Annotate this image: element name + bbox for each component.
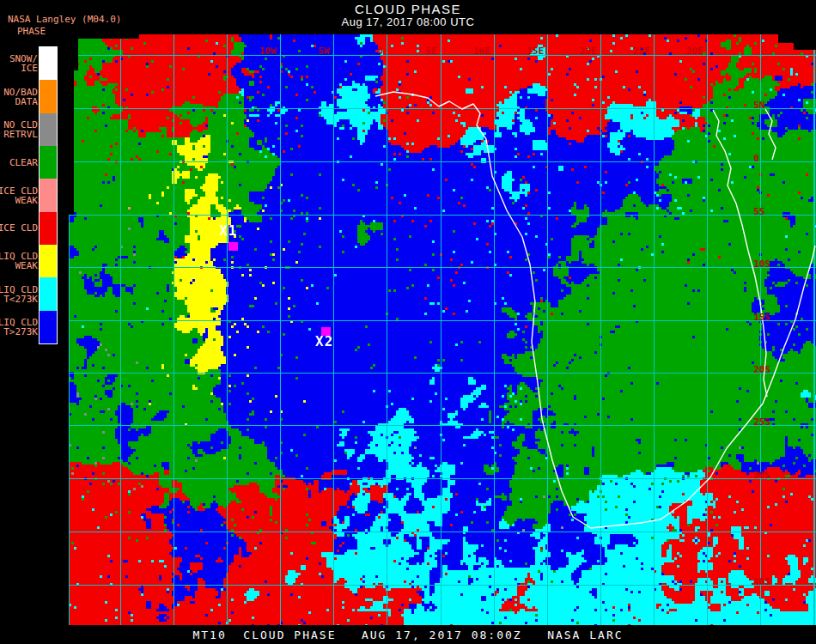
footer-bar: MT10 CLOUD PHASE AUG 17, 2017 08:00Z NAS…	[0, 625, 816, 644]
legend-label: LIQ CLD WEAK	[0, 252, 38, 270]
map-marker-label: X2	[315, 336, 333, 348]
map-marker-dot	[228, 242, 238, 251]
legend-swatch	[40, 179, 57, 211]
latitude-label: 25S	[753, 418, 770, 427]
latitude-label: 10S	[753, 260, 770, 269]
legend-label: ICE CLD WEAK	[0, 186, 38, 205]
latitude-label: 20S	[753, 366, 770, 374]
page-title: CLOUD PHASE	[0, 2, 816, 16]
longitude-label: 15E	[527, 47, 544, 56]
map-marker-label: X1	[219, 225, 237, 237]
longitude-label: 10E	[473, 47, 490, 56]
longitude-label: 25E	[633, 47, 650, 56]
legend-swatch	[40, 245, 57, 277]
longitude-label: 5E	[426, 47, 437, 56]
longitude-label: 10W	[259, 47, 277, 56]
cloud-phase-map	[69, 34, 816, 625]
legend-swatch	[40, 277, 57, 310]
page-subtitle: Aug 17, 2017 08:00 UTC	[0, 15, 816, 28]
legend-label: SNOW/ ICE	[9, 54, 38, 73]
latitude-label: 5N	[753, 101, 764, 110]
latitude-label: 0	[753, 155, 759, 163]
legend-swatch	[40, 311, 57, 343]
latitude-label: 15S	[753, 313, 770, 322]
cloud-phase-screen: NASA Langley (M04.0) CLOUD PHASE Aug 17,…	[0, 0, 816, 644]
legend-color-bar	[39, 46, 58, 344]
latitude-label: 5S	[753, 208, 764, 216]
legend-swatch	[40, 212, 57, 245]
legend-label: LIQ CLD T>273K	[0, 318, 38, 337]
footer-text: MT10 CLOUD PHASE AUG 17, 2017 08:00Z NAS…	[0, 629, 816, 641]
legend-label: NO CLD RETRVL	[3, 120, 38, 139]
longitude-label: 30E	[686, 47, 703, 56]
legend-swatch	[40, 146, 57, 179]
legend-label: LIQ CLD T<273K	[0, 285, 38, 304]
legend-swatch	[40, 80, 57, 112]
longitude-label: 0	[377, 47, 383, 56]
legend-title: PHASE	[17, 26, 46, 37]
longitude-label: 20E	[580, 47, 597, 56]
legend-swatch	[40, 113, 57, 146]
legend-label: ICE CLD	[0, 223, 38, 233]
legend-swatch	[40, 47, 57, 80]
legend-label: CLEAR	[9, 158, 38, 167]
legend-label: NO/BAD DATA	[3, 88, 38, 106]
latitude-label: 30S	[753, 471, 770, 480]
longitude-label: 5W	[319, 47, 330, 56]
latitude-label: 40S	[753, 578, 770, 586]
